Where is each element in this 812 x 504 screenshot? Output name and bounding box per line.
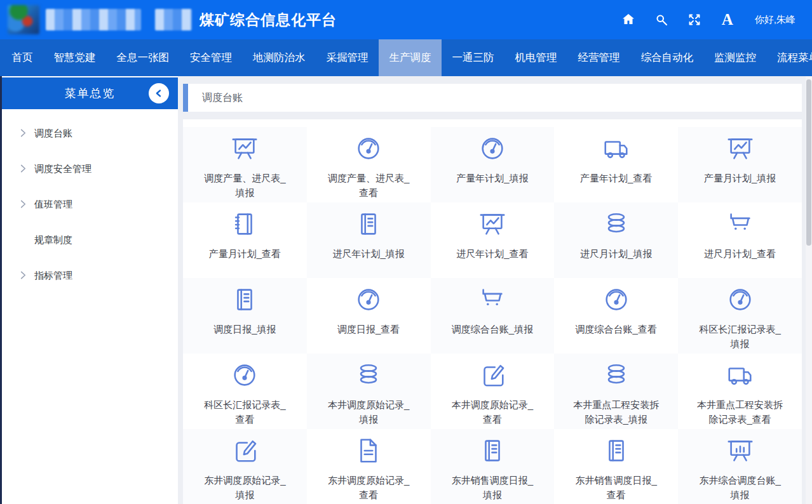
book-lines-icon: [354, 209, 383, 241]
breadcrumb: 调度台账: [202, 91, 243, 105]
card-label: 东井销售调度日报_填报: [447, 473, 538, 503]
topbar: 煤矿综合信息化平台 A 你好,朱峰: [0, 0, 812, 39]
search-icon[interactable]: [653, 11, 670, 28]
card-item-20[interactable]: 本井重点工程安装拆除记录表_查看: [678, 354, 802, 429]
sidebar-item-2[interactable]: 调度安全管理: [2, 151, 178, 187]
gauge-icon: [478, 134, 507, 166]
sidebar-item-label: 调度安全管理: [34, 163, 91, 175]
book-lines-icon: [602, 436, 631, 468]
nav-tab-8[interactable]: 一通三防: [442, 39, 504, 76]
nav-tab-3[interactable]: 全息一张图: [106, 39, 180, 76]
nav-tab-12[interactable]: 监测监控: [704, 39, 767, 76]
card-item-7[interactable]: 进尺年计划_填报: [307, 202, 431, 278]
scrollbar-thumb[interactable]: [806, 79, 811, 246]
card-item-14[interactable]: 调度综合台账_查看: [554, 278, 678, 354]
sidebar-item-1[interactable]: 调度台账: [2, 116, 178, 151]
card-label: 进尺年计划_填报: [323, 246, 414, 261]
sidebar-item-label: 规章制度: [34, 234, 72, 246]
nav-tab-13[interactable]: 流程菜单: [767, 39, 812, 76]
topbar-actions: A 你好,朱峰: [620, 11, 795, 28]
card-item-6[interactable]: 产量月计划_查看: [183, 202, 307, 278]
nav-tab-10[interactable]: 经营管理: [567, 39, 630, 76]
chevron-right-icon: [18, 164, 29, 174]
card-item-16[interactable]: 科区长汇报记录表_查看: [183, 354, 307, 429]
database-icon: [354, 361, 383, 392]
chevron-left-icon: [152, 87, 165, 100]
card-item-5[interactable]: 产量月计划_填报: [678, 127, 802, 202]
card-label: 本井调度原始记录_查看: [447, 397, 538, 427]
breadcrumb-accent: [183, 84, 188, 112]
sidebar-collapse-button[interactable]: [149, 83, 169, 103]
card-item-8[interactable]: 进尺年计划_查看: [431, 202, 555, 278]
nav-tab-6[interactable]: 采掘管理: [316, 39, 379, 76]
card-item-13[interactable]: 调度综合台账_填报: [431, 278, 555, 354]
app-logo: [8, 5, 39, 34]
presentation-line-chart-icon: [478, 209, 507, 241]
chevron-right-icon: [18, 199, 29, 209]
card-item-18[interactable]: 本井调度原始记录_查看: [431, 354, 555, 429]
database-icon: [602, 361, 631, 392]
card-label: 调度日报_查看: [323, 322, 414, 336]
card-item-23[interactable]: 东井销售调度日报_填报: [431, 429, 555, 504]
chevron-right-icon: [18, 128, 29, 138]
breadcrumb-bar: 调度台账: [183, 84, 802, 112]
nav-tab-2[interactable]: 智慧党建: [43, 39, 106, 76]
redacted-org-name: [46, 9, 141, 30]
fullscreen-icon[interactable]: [686, 11, 703, 28]
nav-tab-4[interactable]: 安全管理: [180, 39, 243, 76]
presentation-line-chart-icon: [726, 134, 755, 166]
card-label: 调度综合台账_查看: [571, 322, 661, 336]
card-item-19[interactable]: 本井重点工程安装拆除记录表_填报: [554, 354, 678, 429]
card-label: 本井重点工程安装拆除记录表_查看: [695, 397, 785, 427]
user-greeting[interactable]: 你好,朱峰: [755, 14, 795, 26]
truck-icon: [726, 361, 755, 392]
sidebar: 菜单总览 调度台账调度安全管理值班管理规章制度指标管理: [2, 76, 178, 504]
nav-tabs: 首页智慧党建全息一张图安全管理地测防治水采掘管理生产调度一通三防机电管理经营管理…: [0, 39, 812, 76]
card-item-11[interactable]: 调度日报_填报: [183, 278, 307, 354]
card-item-22[interactable]: 东井调度原始记录_查看: [307, 429, 431, 504]
main-panel: 调度台账 调度产量、进尺表_填报调度产量、进尺表_查看产量年计划_填报产量年计划…: [178, 76, 812, 504]
document-icon: [354, 436, 383, 468]
card-item-12[interactable]: 调度日报_查看: [307, 278, 431, 354]
truck-icon: [602, 134, 631, 166]
vertical-scrollbar[interactable]: [806, 76, 812, 504]
card-label: 本井重点工程安装拆除记录表_填报: [571, 397, 661, 427]
gauge-icon: [602, 285, 631, 317]
sidebar-item-label: 指标管理: [34, 270, 72, 282]
notebook-icon: [230, 209, 259, 241]
nav-tab-5[interactable]: 地测防治水: [243, 39, 316, 76]
sidebar-item-3[interactable]: 值班管理: [2, 187, 178, 222]
edit-square-icon: [478, 361, 507, 392]
sidebar-item-5[interactable]: 指标管理: [2, 258, 178, 293]
card-item-15[interactable]: 科区长汇报记录表_填报: [678, 278, 802, 354]
card-item-3[interactable]: 产量年计划_填报: [431, 127, 555, 202]
card-label: 本井调度原始记录_填报: [323, 397, 414, 427]
card-item-24[interactable]: 东井销售调度日报_查看: [554, 429, 678, 504]
card-item-1[interactable]: 调度产量、进尺表_填报: [183, 127, 307, 202]
card-label: 进尺年计划_查看: [447, 246, 538, 261]
redacted-text: [155, 9, 192, 30]
font-size-icon[interactable]: A: [719, 11, 736, 28]
card-item-4[interactable]: 产量年计划_查看: [554, 127, 678, 202]
cart-icon: [726, 209, 755, 241]
card-item-17[interactable]: 本井调度原始记录_填报: [307, 354, 431, 429]
card-item-2[interactable]: 调度产量、进尺表_查看: [307, 127, 431, 202]
cards-panel: 调度产量、进尺表_填报调度产量、进尺表_查看产量年计划_填报产量年计划_查看产量…: [183, 119, 802, 504]
gauge-icon: [726, 285, 755, 317]
card-item-9[interactable]: 进尺月计划_填报: [554, 202, 678, 278]
nav-tab-7[interactable]: 生产调度: [379, 39, 442, 76]
card-item-25[interactable]: 东井综合调度台账_填报: [678, 429, 802, 504]
sidebar-title: 菜单总览: [65, 86, 116, 101]
nav-tab-1[interactable]: 首页: [1, 39, 43, 76]
home-icon[interactable]: [620, 11, 637, 28]
card-item-21[interactable]: 东井调度原始记录_填报: [183, 429, 307, 504]
book-lines-icon: [478, 436, 507, 468]
nav-tab-9[interactable]: 机电管理: [504, 39, 567, 76]
sidebar-item-4[interactable]: 规章制度: [2, 222, 178, 258]
sidebar-item-label: 调度台账: [34, 128, 72, 140]
page: 煤矿综合信息化平台 A 你好,朱峰 首页智慧党建全息一张图安全管理地测防治水采掘…: [0, 0, 812, 504]
nav-tab-11[interactable]: 综合自动化: [630, 39, 704, 76]
sidebar-item-label: 值班管理: [34, 199, 72, 211]
card-item-10[interactable]: 进尺月计划_查看: [678, 202, 802, 278]
card-label: 产量月计划_查看: [200, 246, 290, 261]
